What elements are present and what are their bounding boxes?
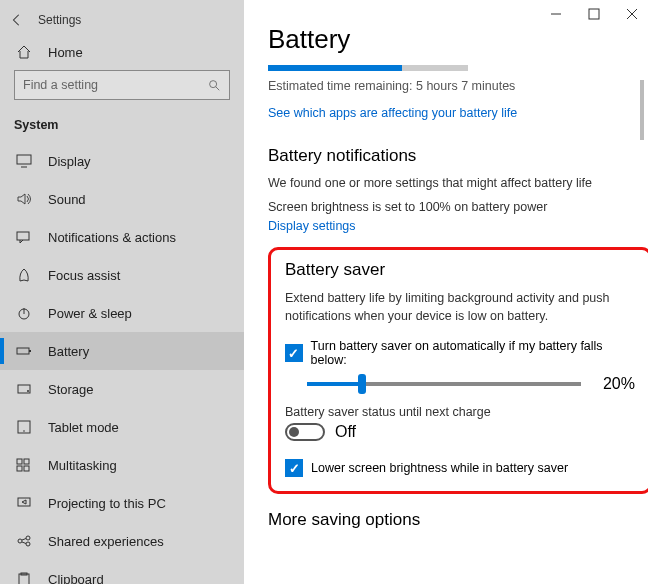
main-scrollbar[interactable] [640,80,644,574]
status-toggle-row: Off [285,423,635,441]
sidebar-item-tablet-mode[interactable]: Tablet mode [0,408,244,446]
home-icon [14,44,34,60]
notifications-heading: Battery notifications [268,146,632,166]
shared-icon [14,534,34,548]
home-label: Home [48,45,83,60]
svg-point-12 [23,430,25,432]
svg-rect-15 [17,466,22,471]
power-icon [14,306,34,320]
clipboard-icon [14,572,34,584]
window-controls [550,8,638,20]
sidebar-item-projecting[interactable]: Projecting to this PC [0,484,244,522]
svg-rect-26 [589,9,599,19]
titlebar: Settings [0,6,244,34]
sidebar: Settings Home Find a setting System Disp… [0,0,244,584]
notifications-found-text: We found one or more settings that might… [268,176,632,190]
svg-rect-16 [24,466,29,471]
main-content: Battery Estimated time remaining: 5 hour… [244,0,648,584]
saver-heading: Battery saver [285,260,635,280]
status-toggle[interactable] [285,423,325,441]
display-settings-link[interactable]: Display settings [268,219,356,233]
sidebar-item-home[interactable]: Home [0,34,244,70]
battery-icon [14,344,34,358]
sidebar-item-storage[interactable]: Storage [0,370,244,408]
svg-rect-8 [29,350,31,352]
back-icon[interactable] [10,13,32,27]
category-heading: System [0,108,244,142]
apps-affecting-link[interactable]: See which apps are affecting your batter… [268,106,517,120]
svg-rect-17 [18,498,30,506]
toggle-dot [289,427,299,437]
nav-list: Display Sound Notifications & actions Fo… [0,142,244,584]
svg-line-1 [216,87,220,91]
svg-point-10 [27,390,29,392]
status-value: Off [335,423,356,441]
sidebar-item-battery[interactable]: Battery [0,332,244,370]
threshold-slider[interactable] [307,382,581,386]
maximize-icon[interactable] [588,8,600,20]
sidebar-item-notifications[interactable]: Notifications & actions [0,218,244,256]
svg-rect-13 [17,459,22,464]
svg-rect-14 [24,459,29,464]
sidebar-item-multitasking[interactable]: Multitasking [0,446,244,484]
status-label: Battery saver status until next charge [285,405,635,419]
auto-saver-row: ✓ Turn battery saver on automatically if… [285,339,635,367]
sound-icon [14,192,34,206]
scrollbar-thumb[interactable] [640,80,644,140]
sidebar-item-sound[interactable]: Sound [0,180,244,218]
svg-point-18 [18,539,22,543]
notifications-icon [14,230,34,244]
tablet-icon [14,420,34,434]
svg-rect-7 [17,348,29,354]
sidebar-item-clipboard[interactable]: Clipboard [0,560,244,584]
brightness-note: Screen brightness is set to 100% on batt… [268,200,632,214]
slider-knob[interactable] [358,374,366,394]
sidebar-item-shared[interactable]: Shared experiences [0,522,244,560]
lower-brightness-checkbox[interactable]: ✓ [285,459,303,477]
search-icon [207,78,221,92]
minimize-icon[interactable] [550,8,562,20]
svg-point-19 [26,536,30,540]
slider-fill [307,382,362,386]
battery-bar-fill [268,65,402,71]
svg-line-22 [22,542,26,544]
window-title: Settings [38,13,81,27]
lower-brightness-label: Lower screen brightness while in battery… [311,461,568,475]
threshold-value: 20% [595,375,635,393]
close-icon[interactable] [626,8,638,20]
multitasking-icon [14,458,34,472]
sidebar-item-display[interactable]: Display [0,142,244,180]
search-wrap: Find a setting [0,70,244,108]
projecting-icon [14,496,34,510]
storage-icon [14,382,34,396]
sidebar-item-power-sleep[interactable]: Power & sleep [0,294,244,332]
battery-saver-section: Battery saver Extend battery life by lim… [268,247,648,494]
svg-rect-2 [17,155,31,164]
page-title: Battery [268,24,632,55]
auto-saver-label: Turn battery saver on automatically if m… [311,339,635,367]
sidebar-item-focus-assist[interactable]: Focus assist [0,256,244,294]
battery-bar [268,65,468,71]
lower-brightness-row: ✓ Lower screen brightness while in batte… [285,459,635,477]
search-placeholder: Find a setting [23,78,98,92]
svg-point-20 [26,542,30,546]
svg-point-0 [210,81,217,88]
estimated-time: Estimated time remaining: 5 hours 7 minu… [268,79,632,93]
search-input[interactable]: Find a setting [14,70,230,100]
more-saving-heading: More saving options [268,510,632,530]
threshold-slider-row: 20% [285,375,635,393]
focus-assist-icon [14,268,34,282]
display-icon [14,154,34,168]
saver-description: Extend battery life by limiting backgrou… [285,290,635,325]
auto-saver-checkbox[interactable]: ✓ [285,344,303,362]
svg-line-21 [22,539,26,541]
settings-window: Settings Home Find a setting System Disp… [0,0,648,584]
svg-rect-4 [17,232,29,240]
